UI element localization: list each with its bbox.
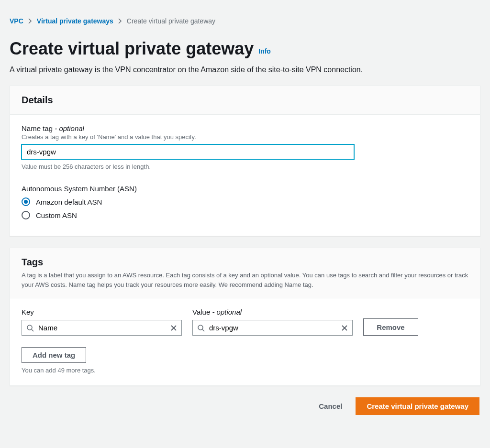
breadcrumb: VPC Virtual private gateways Create virt… [10, 17, 480, 25]
tag-key-label: Key [22, 308, 182, 316]
create-button[interactable]: Create virtual private gateway [356, 397, 479, 415]
tags-header: Tags A tag is a label that you assign to… [10, 248, 480, 298]
add-tag-button[interactable]: Add new tag [22, 347, 86, 363]
details-heading: Details [22, 95, 468, 106]
tags-panel: Tags A tag is a label that you assign to… [10, 248, 480, 386]
clear-icon[interactable] [170, 325, 177, 331]
tags-remaining: You can add 49 more tags. [22, 367, 468, 374]
asn-default-radio-label: Amazon default ASN [36, 198, 102, 206]
page-title: Create virtual private gateway [10, 38, 254, 59]
name-tag-input[interactable] [22, 144, 354, 159]
tags-heading: Tags [22, 257, 468, 268]
info-link[interactable]: Info [258, 47, 271, 55]
details-header: Details [10, 86, 480, 115]
breadcrumb-vpg-link[interactable]: Virtual private gateways [37, 17, 113, 25]
tag-value-label: Value - optional [192, 308, 353, 316]
clear-icon[interactable] [341, 325, 348, 331]
radio-selected-icon [22, 197, 30, 206]
footer-actions: Cancel Create virtual private gateway [10, 397, 480, 415]
radio-unselected-icon [22, 211, 30, 219]
asn-label: Autonomous System Number (ASN) [22, 185, 468, 193]
tags-description: A tag is a label that you assign to an A… [22, 271, 468, 289]
cancel-button[interactable]: Cancel [317, 398, 344, 414]
asn-default-radio[interactable]: Amazon default ASN [22, 197, 468, 206]
asn-custom-radio-label: Custom ASN [36, 211, 77, 219]
details-panel: Details Name tag - optional Creates a ta… [10, 86, 480, 236]
name-tag-label: Name tag - optional [22, 124, 468, 132]
name-tag-help: Creates a tag with a key of 'Name' and a… [22, 133, 468, 141]
page-subtitle: A virtual private gateway is the VPN con… [10, 66, 480, 74]
tag-row: Key Value - optional [22, 308, 468, 336]
asn-custom-radio[interactable]: Custom ASN [22, 211, 468, 219]
tag-key-input[interactable] [22, 320, 182, 336]
remove-tag-button[interactable]: Remove [363, 318, 418, 336]
breadcrumb-vpc-link[interactable]: VPC [10, 17, 23, 25]
chevron-right-icon [118, 18, 122, 24]
chevron-right-icon [28, 18, 32, 24]
breadcrumb-current: Create virtual private gateway [127, 17, 215, 25]
name-tag-constraint: Value must be 256 characters or less in … [22, 163, 468, 170]
tag-value-input[interactable] [192, 320, 353, 336]
